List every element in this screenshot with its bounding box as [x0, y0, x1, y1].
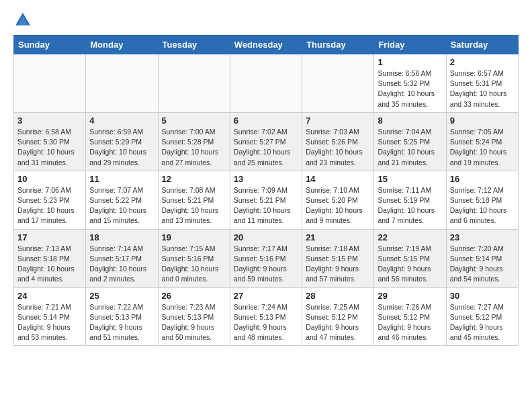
day-number: 12 — [162, 174, 226, 184]
calendar-week-row: 10Sunrise: 7:06 AMSunset: 5:23 PMDayligh… — [14, 171, 519, 229]
day-info: Sunrise: 7:18 AMSunset: 5:15 PMDaylight:… — [306, 244, 370, 285]
weekday-header: Saturday — [446, 36, 518, 54]
day-info: Sunrise: 7:03 AMSunset: 5:26 PMDaylight:… — [306, 127, 370, 168]
calendar-cell: 10Sunrise: 7:06 AMSunset: 5:23 PMDayligh… — [14, 171, 86, 229]
day-info: Sunrise: 7:08 AMSunset: 5:21 PMDaylight:… — [162, 185, 226, 226]
day-number: 21 — [306, 232, 370, 242]
calendar-cell — [302, 54, 374, 113]
calendar-week-row: 3Sunrise: 6:58 AMSunset: 5:30 PMDaylight… — [14, 112, 519, 171]
calendar-cell: 30Sunrise: 7:27 AMSunset: 5:12 PMDayligh… — [446, 287, 518, 346]
weekday-header: Sunday — [14, 36, 86, 54]
day-info: Sunrise: 7:17 AMSunset: 5:16 PMDaylight:… — [234, 244, 298, 285]
calendar-cell: 21Sunrise: 7:18 AMSunset: 5:15 PMDayligh… — [302, 229, 374, 287]
day-info: Sunrise: 7:05 AMSunset: 5:24 PMDaylight:… — [450, 127, 515, 168]
day-info: Sunrise: 7:13 AMSunset: 5:18 PMDaylight:… — [17, 244, 82, 285]
calendar-cell: 8Sunrise: 7:04 AMSunset: 5:25 PMDaylight… — [374, 112, 446, 171]
day-number: 2 — [450, 57, 515, 67]
day-number: 28 — [306, 291, 370, 301]
day-info: Sunrise: 7:10 AMSunset: 5:20 PMDaylight:… — [306, 185, 370, 226]
calendar-cell: 26Sunrise: 7:23 AMSunset: 5:13 PMDayligh… — [158, 287, 230, 346]
calendar-cell: 6Sunrise: 7:02 AMSunset: 5:27 PMDaylight… — [230, 112, 302, 171]
calendar-cell: 16Sunrise: 7:12 AMSunset: 5:18 PMDayligh… — [446, 171, 518, 229]
day-info: Sunrise: 7:21 AMSunset: 5:14 PMDaylight:… — [17, 302, 82, 343]
day-number: 18 — [89, 232, 154, 242]
day-info: Sunrise: 7:07 AMSunset: 5:22 PMDaylight:… — [89, 185, 154, 226]
calendar-week-row: 1Sunrise: 6:56 AMSunset: 5:32 PMDaylight… — [14, 54, 519, 113]
day-number: 15 — [378, 174, 442, 184]
calendar-cell: 2Sunrise: 6:57 AMSunset: 5:31 PMDaylight… — [446, 54, 518, 113]
calendar-cell — [14, 54, 86, 113]
calendar-cell — [158, 54, 230, 113]
calendar-cell: 7Sunrise: 7:03 AMSunset: 5:26 PMDaylight… — [302, 112, 374, 171]
day-number: 22 — [378, 232, 442, 242]
day-number: 27 — [234, 291, 298, 301]
day-number: 6 — [234, 116, 298, 126]
calendar-cell: 27Sunrise: 7:24 AMSunset: 5:13 PMDayligh… — [230, 287, 302, 346]
day-info: Sunrise: 7:14 AMSunset: 5:17 PMDaylight:… — [89, 244, 154, 285]
day-number: 24 — [17, 291, 82, 301]
calendar-cell: 12Sunrise: 7:08 AMSunset: 5:21 PMDayligh… — [158, 171, 230, 229]
day-info: Sunrise: 7:24 AMSunset: 5:13 PMDaylight:… — [234, 302, 298, 343]
calendar-cell: 20Sunrise: 7:17 AMSunset: 5:16 PMDayligh… — [230, 229, 302, 287]
calendar-cell: 15Sunrise: 7:11 AMSunset: 5:19 PMDayligh… — [374, 171, 446, 229]
day-info: Sunrise: 7:26 AMSunset: 5:12 PMDaylight:… — [378, 302, 442, 343]
day-number: 13 — [234, 174, 298, 184]
weekday-header: Wednesday — [230, 36, 302, 54]
calendar-cell: 14Sunrise: 7:10 AMSunset: 5:20 PMDayligh… — [302, 171, 374, 229]
day-number: 25 — [89, 291, 154, 301]
day-info: Sunrise: 7:22 AMSunset: 5:13 PMDaylight:… — [89, 302, 154, 343]
calendar-cell: 25Sunrise: 7:22 AMSunset: 5:13 PMDayligh… — [86, 287, 158, 346]
header — [13, 11, 519, 30]
day-info: Sunrise: 7:15 AMSunset: 5:16 PMDaylight:… — [162, 244, 226, 285]
day-info: Sunrise: 7:19 AMSunset: 5:15 PMDaylight:… — [378, 244, 442, 285]
day-number: 8 — [378, 116, 442, 126]
day-info: Sunrise: 7:06 AMSunset: 5:23 PMDaylight:… — [17, 185, 82, 226]
calendar-cell: 3Sunrise: 6:58 AMSunset: 5:30 PMDaylight… — [14, 112, 86, 171]
day-info: Sunrise: 7:04 AMSunset: 5:25 PMDaylight:… — [378, 127, 442, 168]
weekday-header: Friday — [374, 36, 446, 54]
day-number: 19 — [162, 232, 226, 242]
calendar-cell: 29Sunrise: 7:26 AMSunset: 5:12 PMDayligh… — [374, 287, 446, 346]
calendar-cell: 24Sunrise: 7:21 AMSunset: 5:14 PMDayligh… — [14, 287, 86, 346]
calendar-week-row: 24Sunrise: 7:21 AMSunset: 5:14 PMDayligh… — [14, 287, 519, 346]
day-number: 17 — [17, 232, 82, 242]
day-info: Sunrise: 6:57 AMSunset: 5:31 PMDaylight:… — [450, 68, 515, 109]
day-info: Sunrise: 7:23 AMSunset: 5:13 PMDaylight:… — [162, 302, 226, 343]
calendar-cell: 23Sunrise: 7:20 AMSunset: 5:14 PMDayligh… — [446, 229, 518, 287]
logo — [13, 11, 35, 30]
day-info: Sunrise: 6:58 AMSunset: 5:30 PMDaylight:… — [17, 127, 82, 168]
calendar-cell: 4Sunrise: 6:59 AMSunset: 5:29 PMDaylight… — [86, 112, 158, 171]
day-number: 3 — [17, 116, 82, 126]
calendar-cell: 1Sunrise: 6:56 AMSunset: 5:32 PMDaylight… — [374, 54, 446, 113]
day-number: 4 — [89, 116, 154, 126]
calendar-cell: 13Sunrise: 7:09 AMSunset: 5:21 PMDayligh… — [230, 171, 302, 229]
day-number: 9 — [450, 116, 515, 126]
day-info: Sunrise: 7:00 AMSunset: 5:28 PMDaylight:… — [162, 127, 226, 168]
day-number: 30 — [450, 291, 515, 301]
calendar-cell: 9Sunrise: 7:05 AMSunset: 5:24 PMDaylight… — [446, 112, 518, 171]
day-info: Sunrise: 6:56 AMSunset: 5:32 PMDaylight:… — [378, 68, 442, 109]
day-info: Sunrise: 7:09 AMSunset: 5:21 PMDaylight:… — [234, 185, 298, 226]
day-info: Sunrise: 7:27 AMSunset: 5:12 PMDaylight:… — [450, 302, 515, 343]
day-info: Sunrise: 7:20 AMSunset: 5:14 PMDaylight:… — [450, 244, 515, 285]
day-info: Sunrise: 6:59 AMSunset: 5:29 PMDaylight:… — [89, 127, 154, 168]
day-number: 26 — [162, 291, 226, 301]
day-number: 7 — [306, 116, 370, 126]
day-info: Sunrise: 7:02 AMSunset: 5:27 PMDaylight:… — [234, 127, 298, 168]
day-info: Sunrise: 7:12 AMSunset: 5:18 PMDaylight:… — [450, 185, 515, 226]
calendar-table: SundayMondayTuesdayWednesdayThursdayFrid… — [13, 35, 519, 346]
day-info: Sunrise: 7:25 AMSunset: 5:12 PMDaylight:… — [306, 302, 370, 343]
logo-icon — [13, 11, 32, 30]
day-number: 11 — [89, 174, 154, 184]
day-number: 1 — [378, 57, 442, 67]
day-number: 5 — [162, 116, 226, 126]
calendar-cell: 11Sunrise: 7:07 AMSunset: 5:22 PMDayligh… — [86, 171, 158, 229]
calendar-cell — [86, 54, 158, 113]
calendar-cell: 19Sunrise: 7:15 AMSunset: 5:16 PMDayligh… — [158, 229, 230, 287]
calendar-cell: 28Sunrise: 7:25 AMSunset: 5:12 PMDayligh… — [302, 287, 374, 346]
page: SundayMondayTuesdayWednesdayThursdayFrid… — [0, 0, 532, 357]
day-number: 10 — [17, 174, 82, 184]
weekday-header: Thursday — [302, 36, 374, 54]
calendar-cell: 5Sunrise: 7:00 AMSunset: 5:28 PMDaylight… — [158, 112, 230, 171]
calendar-cell: 22Sunrise: 7:19 AMSunset: 5:15 PMDayligh… — [374, 229, 446, 287]
